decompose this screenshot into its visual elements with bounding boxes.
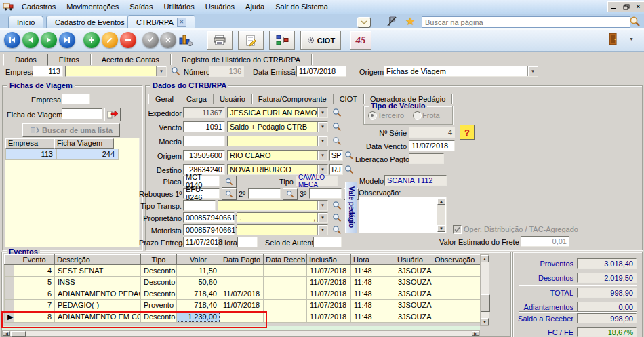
dropdown-arrow-icon[interactable]: ▼: [317, 136, 327, 146]
logo-45-button[interactable]: 45: [350, 31, 371, 50]
table-row[interactable]: 7 PEDAGIO(-) Provento 718,40 11/07/2018 …: [5, 300, 481, 311]
tipo-transp-combo[interactable]: ▼: [218, 200, 328, 211]
data-emissao-field[interactable]: 11/07/2018: [296, 66, 346, 77]
vencto-combo[interactable]: Saldo + Pedagio CTRB▼: [227, 121, 328, 132]
destino-search-icon[interactable]: [344, 165, 354, 174]
reboque2-search-button[interactable]: [283, 188, 298, 200]
ficha-de-viagem-field[interactable]: [62, 108, 102, 119]
col-tipo[interactable]: Tipo: [141, 255, 177, 265]
oper-distribuicao-checkbox[interactable]: [453, 225, 462, 234]
close-button[interactable]: ×: [632, 1, 644, 12]
col-data-pagto[interactable]: Data Pagto: [220, 255, 264, 265]
dropdown-arrow-icon[interactable]: ▼: [317, 122, 327, 132]
expand-chevron-button[interactable]: [357, 17, 371, 28]
empresa-search-icon[interactable]: [171, 66, 180, 76]
col-descricao[interactable]: Descrição: [55, 255, 141, 265]
scroll-up-icon[interactable]: ▲: [481, 255, 489, 262]
proprietario-search-icon[interactable]: [332, 213, 342, 222]
observacao-textarea[interactable]: ▲ ▼: [359, 197, 447, 233]
prazo-entrega-field[interactable]: 11/07/2018: [183, 237, 218, 247]
placa-search-button[interactable]: [222, 176, 237, 188]
menu-ajuda[interactable]: Ajuda: [240, 1, 270, 12]
fichas-grid-row[interactable]: 113 244: [5, 149, 139, 160]
hora-field[interactable]: [237, 237, 258, 247]
tipo-transp-code-field[interactable]: [183, 200, 216, 211]
vale-pedagio-button[interactable]: Vale pedágio: [345, 182, 357, 233]
nav-next-button[interactable]: [41, 32, 57, 48]
tab-filtros[interactable]: Filtros: [48, 54, 91, 65]
fichas-grid[interactable]: Empresa Ficha Viagem 113 244: [5, 138, 140, 247]
vencto-code-field[interactable]: 1091: [183, 121, 225, 132]
empresa-code-field[interactable]: 113: [33, 66, 63, 77]
fichas-grid-header-ficha[interactable]: Ficha Viagem: [54, 138, 114, 149]
table-row[interactable]: 6 ADIANTAMENTO PEDAGIO(+) Desconto 718,4…: [5, 288, 481, 300]
search-input[interactable]: [422, 16, 630, 28]
dropdown-arrow-icon[interactable]: ▼: [317, 108, 327, 117]
expedidor-combo[interactable]: JESSICA FURLAN RAMOS DE SOUZA▼: [227, 107, 328, 118]
toolbar-overflow-arrow-icon[interactable]: ▼: [629, 37, 634, 41]
proprietario-code-field[interactable]: 00085794066172: [183, 212, 235, 223]
load-ficha-button[interactable]: [104, 108, 121, 121]
motorista-search-icon[interactable]: [332, 225, 342, 235]
dropdown-arrow-icon[interactable]: ▼: [317, 225, 327, 235]
tab-ciot[interactable]: CIOT: [334, 94, 364, 104]
origem-combo[interactable]: RIO CLARO▼: [227, 150, 328, 161]
data-vencto-field[interactable]: 11/07/2018: [409, 140, 455, 151]
moeda-search-icon[interactable]: [332, 136, 342, 146]
dropdown-arrow-icon[interactable]: ▼: [317, 165, 327, 174]
row-selector[interactable]: [5, 265, 14, 277]
scroll-left-icon[interactable]: ◀: [3, 331, 10, 336]
menu-usuarios[interactable]: Usuários: [200, 1, 240, 12]
motorista-combo[interactable]: ▼: [237, 224, 328, 235]
col-inclusao[interactable]: Inclusão: [307, 255, 351, 265]
tab-carga[interactable]: Carga: [180, 94, 214, 104]
origem-code-field[interactable]: 13505600: [183, 150, 225, 161]
add-record-button[interactable]: [83, 32, 100, 48]
cancel-button[interactable]: [160, 32, 176, 48]
delete-record-button[interactable]: [120, 32, 136, 48]
exit-door-icon[interactable]: [608, 33, 619, 47]
moeda-code-field[interactable]: [183, 136, 225, 146]
dropdown-arrow-icon[interactable]: ▼: [156, 66, 166, 76]
col-valor[interactable]: Valor: [177, 255, 220, 265]
relation-diagram-button[interactable]: [269, 31, 295, 50]
eventos-grid[interactable]: Evento Descrição Tipo Valor Data Pagto D…: [4, 254, 481, 323]
scrollbar-thumb[interactable]: [11, 331, 26, 337]
col-hora[interactable]: Hora: [351, 255, 395, 265]
row-selector[interactable]: [5, 288, 14, 300]
dropdown-arrow-icon[interactable]: ▼: [317, 151, 327, 160]
tab-dados[interactable]: Dados: [3, 54, 48, 66]
reboque1-search-button[interactable]: [222, 188, 237, 200]
search-icon[interactable]: [629, 16, 641, 28]
proprietario-combo[interactable]: ., ▼: [237, 212, 328, 223]
tab-ctrb-rpa[interactable]: CTRB/RPA ✕: [127, 15, 195, 28]
table-row[interactable]: 4 SEST SENAT Desconto 11,50 11/07/2018 1…: [5, 265, 481, 277]
reboque3-field[interactable]: [309, 188, 342, 199]
nav-first-button[interactable]: [4, 32, 20, 48]
help-button[interactable]: ?: [460, 125, 475, 140]
observacao-scrollbar[interactable]: [437, 205, 445, 225]
nav-prev-button[interactable]: [22, 32, 39, 48]
cell-valor-selected[interactable]: 1.239,00: [177, 311, 220, 323]
col-evento[interactable]: Evento: [14, 255, 55, 265]
tab-fatura-comprovante[interactable]: Fatura/Comprovante: [252, 94, 334, 104]
buscar-lista-button[interactable]: Buscar de uma lista: [22, 123, 120, 137]
tab-registro-historico[interactable]: Registro de Histórico do CTRB/RPA: [171, 54, 312, 65]
radio-frota[interactable]: [413, 111, 422, 120]
menu-saidas[interactable]: Saídas: [124, 1, 158, 12]
fichas-empresa-field[interactable]: [62, 94, 90, 104]
scrollbar-thumb[interactable]: [481, 294, 490, 312]
motorista-code-field[interactable]: 00085794066172: [183, 224, 235, 235]
row-selector[interactable]: [5, 277, 14, 288]
print-button[interactable]: [207, 31, 233, 50]
expedidor-search-icon[interactable]: [332, 108, 342, 117]
dropdown-arrow-icon[interactable]: ▼: [317, 201, 327, 210]
edit-record-button[interactable]: [102, 32, 118, 48]
vencto-search-icon[interactable]: [332, 122, 342, 132]
ciot-button[interactable]: CIOT: [300, 31, 341, 50]
fichas-grid-header-empresa[interactable]: Empresa: [5, 138, 54, 149]
dropdown-arrow-icon[interactable]: ▼: [527, 66, 538, 76]
minimize-button[interactable]: [607, 1, 620, 12]
tab-close-icon[interactable]: ✕: [177, 18, 186, 27]
row-selector[interactable]: [5, 300, 14, 311]
